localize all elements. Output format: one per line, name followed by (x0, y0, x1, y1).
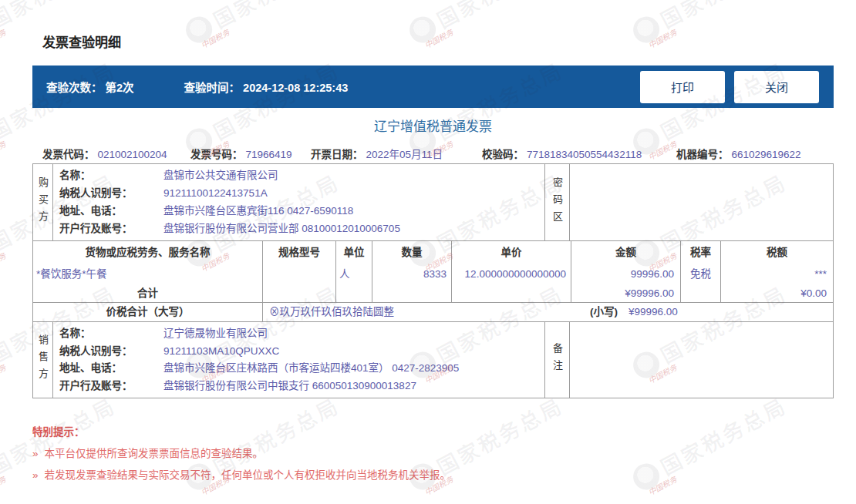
total-spacer (372, 284, 451, 302)
meta-invoice-code: 发票代码：021002100204 (42, 146, 167, 163)
check-count-value: 第2次 (106, 82, 134, 94)
total-tax-amount: ¥0.00 (721, 284, 833, 302)
column-header: 单价 (452, 241, 571, 264)
close-button[interactable]: 关闭 (734, 71, 819, 103)
password-area-label: 密码区 (552, 177, 562, 228)
column-header: 单位 (336, 241, 372, 264)
amount-in-figures-label: (小写) (590, 306, 618, 318)
amount-in-words-value: ⊗玖万玖仟玖佰玖拾陆圆整 (263, 306, 394, 318)
meta-value: 77181834050554432118 (527, 149, 642, 160)
column-header: 规格型号 (263, 241, 335, 264)
meta-label: 发票号码： (190, 149, 243, 160)
seller-bank-row: 开户行及账号： 盘锦银行股份有限公司中银支行 66005013090001382… (53, 378, 544, 394)
meta-machine-number: 机器编号：661029619622 (676, 146, 801, 163)
check-time: 查验时间：2024-12-08 12:25:43 (184, 79, 349, 95)
meta-invoice-date: 开票日期：2022年05月11日 (311, 146, 443, 163)
item-tax-amount: *** (721, 264, 833, 284)
seller-info: 名称： 辽宁德晟物业有限公司 纳税人识别号： 91211103MA10QPUXX… (53, 322, 545, 398)
password-area-label-cell: 密码区 (545, 164, 570, 240)
print-button[interactable]: 打印 (640, 71, 725, 103)
field-label: 名称： (53, 326, 163, 341)
column-item-name: 货物或应税劳务、服务名称 *餐饮服务*午餐 合计 (33, 241, 263, 302)
amount-in-words-cell: ⊗玖万玖仟玖佰玖拾陆圆整 (小写)¥99996.00 (263, 303, 833, 321)
buyer-info: 名称： 盘锦市公共交通有限公司 纳税人识别号： 9121110012241375… (53, 164, 545, 240)
field-value: 91211103MA10QPUXXC (163, 344, 279, 359)
invoice-table: 购买方 名称： 盘锦市公共交通有限公司 纳税人识别号： 912111001224… (32, 163, 834, 398)
item-spec (263, 264, 335, 284)
column-header: 金额 (571, 241, 680, 264)
field-value: 盘锦市兴隆台区庄林路西（市客运站四楼401室） 0427-2823905 (163, 361, 459, 376)
meta-invoice-number: 发票号码：71966419 (190, 146, 292, 163)
invoice-title: 辽宁增值税普通发票 (32, 119, 834, 135)
field-label: 纳税人识别号： (53, 186, 163, 201)
field-value: 盘锦银行股份有限公司营业部 08100012010006705 (163, 221, 400, 237)
field-value: 盘锦市兴隆台区惠宾街116 0427-6590118 (163, 203, 353, 219)
toolbar: 查验次数：第2次 查验时间：2024-12-08 12:25:43 打印 关闭 (32, 66, 834, 108)
meta-check-code: 校验码：77181834050554432118 (482, 146, 642, 163)
column-header: 货物或应税劳务、服务名称 (33, 241, 262, 264)
check-count-label: 查验次数： (46, 82, 103, 94)
item-quantity: 8333 (372, 264, 451, 284)
column-unit: 单位 人 (336, 241, 372, 302)
remark-label-cell: 备注 (545, 322, 570, 398)
seller-side-label-cell: 销售方 (33, 322, 53, 398)
buyer-name-row: 名称： 盘锦市公共交通有限公司 (53, 168, 544, 183)
notice-text: 本平台仅提供所查询发票票面信息的查验结果。 (45, 448, 264, 459)
remark-label: 备注 (552, 343, 562, 377)
page-title: 发票查验明细 (42, 35, 121, 51)
seller-name-row: 名称： 辽宁德晟物业有限公司 (53, 326, 544, 341)
field-label: 开户行及账号： (53, 378, 163, 394)
seller-taxid-row: 纳税人识别号： 91211103MA10QPUXXC (53, 344, 544, 359)
meta-value: 021002100204 (98, 149, 167, 160)
field-value: 91211100122413751A (163, 186, 268, 201)
total-spacer (263, 284, 335, 302)
field-label: 地址、电话： (53, 203, 163, 219)
special-notice: 特别提示： »本平台仅提供所查询发票票面信息的查验结果。 »若发现发票查验结果与… (32, 425, 450, 483)
column-header: 数量 (372, 241, 451, 264)
amount-in-figures: (小写)¥99996.00 (590, 303, 678, 321)
amount-in-words-label: 价税合计（大写） (33, 303, 263, 321)
meta-label: 校验码： (482, 149, 524, 160)
check-time-label: 查验时间： (184, 82, 241, 94)
buyer-bank-row: 开户行及账号： 盘锦银行股份有限公司营业部 08100012010006705 (53, 221, 544, 237)
field-label: 开户行及账号： (53, 221, 163, 237)
invoice-meta-row: 发票代码：021002100204 发票号码：71966419 开票日期：202… (32, 146, 834, 163)
field-value: 盘锦市公共交通有限公司 (163, 168, 278, 183)
column-header: 税率 (681, 241, 720, 264)
items-table: 货物或应税劳务、服务名称 *餐饮服务*午餐 合计 规格型号 单位 人 数量 83… (33, 241, 833, 303)
field-label: 地址、电话： (53, 361, 163, 376)
buyer-side-label: 购买方 (38, 177, 48, 228)
field-label: 名称： (53, 168, 163, 183)
meta-label: 开票日期： (311, 149, 363, 160)
total-label: 合计 (33, 284, 262, 302)
item-unit: 人 (336, 264, 372, 284)
item-unit-price: 12.000000000000000 (452, 264, 571, 284)
buyer-side-label-cell: 购买方 (33, 164, 53, 240)
seller-section: 销售方 名称： 辽宁德晟物业有限公司 纳税人识别号： 91211103MA10Q… (33, 322, 833, 398)
total-spacer (681, 284, 720, 302)
amount-in-figures-value: ¥99996.00 (629, 306, 678, 318)
column-unit-price: 单价 12.000000000000000 (452, 241, 571, 302)
column-header: 税额 (721, 241, 833, 264)
seller-side-label: 销售方 (38, 334, 48, 385)
amount-in-words-row: 价税合计（大写） ⊗玖万玖仟玖佰玖拾陆圆整 (小写)¥99996.00 (33, 303, 833, 322)
column-quantity: 数量 8333 (372, 241, 452, 302)
seller-address-row: 地址、电话： 盘锦市兴隆台区庄林路西（市客运站四楼401室） 0427-2823… (53, 361, 544, 376)
notice-item: »本平台仅提供所查询发票票面信息的查验结果。 (32, 446, 450, 462)
item-tax-rate: 免税 (681, 264, 720, 284)
notice-item: »若发现发票查验结果与实际交易不符，任何单位或个人有权拒收并向当地税务机关举报。 (32, 468, 450, 483)
column-tax-amount: 税额 *** ¥0.00 (721, 241, 833, 302)
notice-title: 特别提示： (32, 425, 450, 440)
buyer-address-row: 地址、电话： 盘锦市兴隆台区惠宾街116 0427-6590118 (53, 203, 544, 219)
password-area (570, 164, 833, 240)
column-amount: 金额 99996.00 ¥99996.00 (571, 241, 681, 302)
column-spec: 规格型号 (263, 241, 336, 302)
remark-area (570, 322, 833, 398)
field-value: 辽宁德晟物业有限公司 (163, 326, 268, 341)
total-spacer (336, 284, 372, 302)
notice-text: 若发现发票查验结果与实际交易不符，任何单位或个人有权拒收并向当地税务机关举报。 (45, 469, 451, 481)
meta-label: 发票代码： (42, 149, 95, 160)
buyer-section: 购买方 名称： 盘锦市公共交通有限公司 纳税人识别号： 912111001224… (33, 164, 833, 241)
field-label: 纳税人识别号： (53, 344, 163, 359)
meta-value: 2022年05月11日 (366, 149, 443, 160)
